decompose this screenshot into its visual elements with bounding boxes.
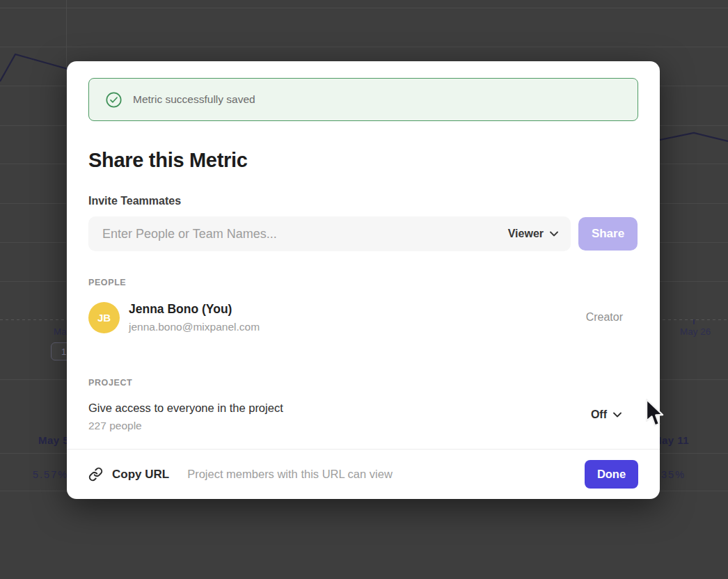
invite-teammates-input[interactable]	[101, 226, 500, 242]
copy-url-button[interactable]: Copy URL	[88, 467, 169, 482]
copy-url-label: Copy URL	[112, 468, 169, 482]
role-dropdown[interactable]: Viewer	[500, 228, 558, 240]
person-role: Creator	[586, 311, 623, 324]
avatar: JB	[88, 302, 120, 333]
person-row: JB Jenna Bono (You) jenna.bono@mixpanel.…	[88, 302, 638, 333]
modal-footer: Copy URL Project members with this URL c…	[67, 449, 660, 499]
done-button[interactable]: Done	[585, 460, 638, 489]
person-name: Jenna Bono (You)	[129, 302, 232, 317]
role-dropdown-value: Viewer	[508, 228, 544, 240]
table-value-right: 35%	[661, 469, 686, 480]
modal-title: Share this Metric	[88, 149, 248, 172]
avatar-initials: JB	[97, 312, 111, 324]
project-section-label: PROJECT	[88, 378, 132, 388]
toast-message: Metric successfully saved	[133, 93, 255, 106]
project-access-dropdown[interactable]: Off	[591, 409, 622, 421]
project-access-subtitle: 227 people	[88, 420, 142, 432]
table-header-left: May 5	[38, 434, 69, 446]
person-email: jenna.bono@mixpanel.com	[129, 321, 260, 333]
invite-teammates-label: Invite Teammates	[88, 195, 181, 207]
chevron-down-icon	[613, 412, 622, 418]
project-access-value: Off	[591, 409, 607, 421]
table-value-left: 5.57%	[33, 469, 68, 480]
share-metric-modal: Metric successfully saved Share this Met…	[67, 61, 660, 499]
check-circle-icon	[106, 92, 122, 108]
x-axis-label-right: May 26	[680, 326, 711, 337]
project-access-title: Give access to everyone in the project	[88, 402, 283, 415]
chevron-down-icon	[550, 231, 558, 237]
range-chip-label: 1	[61, 347, 66, 357]
success-toast: Metric successfully saved	[88, 78, 638, 121]
project-access-row: Give access to everyone in the project 2…	[88, 402, 638, 434]
share-button[interactable]: Share	[578, 217, 638, 251]
link-icon	[88, 467, 103, 482]
axis-tick	[693, 319, 695, 324]
footer-hint: Project members with this URL can view	[187, 468, 393, 481]
invite-input-container: Viewer	[88, 216, 571, 251]
people-section-label: PEOPLE	[88, 278, 126, 287]
